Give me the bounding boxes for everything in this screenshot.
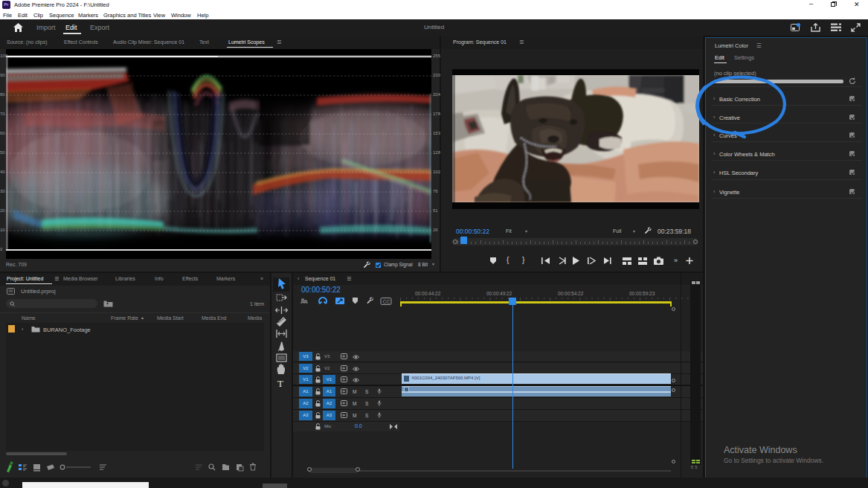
svg-text:CC: CC xyxy=(383,299,390,304)
svg-text:T: T xyxy=(277,378,283,389)
